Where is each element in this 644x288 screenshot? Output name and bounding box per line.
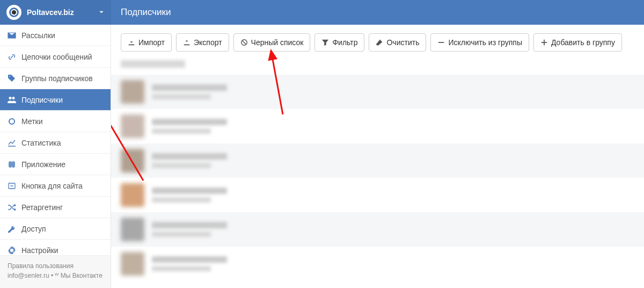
avatar <box>121 80 144 104</box>
черный-список-button[interactable]: Черный список <box>233 33 311 52</box>
subscriber-row[interactable] <box>111 143 644 178</box>
chevron-down-icon <box>98 9 105 16</box>
avatar <box>121 183 144 207</box>
sidebar-nav: РассылкиЦепочки сообщенийГруппы подписчи… <box>0 25 111 255</box>
avatar <box>121 218 144 241</box>
brand-name: Poltavcev.biz <box>27 8 98 17</box>
subscriber-row[interactable] <box>111 212 644 247</box>
sidebar-item-настройки[interactable]: Настройки <box>0 240 111 255</box>
ban-icon <box>240 39 248 46</box>
исключить-из-группы-button[interactable]: Исключить из группы <box>430 33 529 52</box>
sidebar-item-label: Подписчики <box>21 96 63 104</box>
sidebar-item-label: Доступ <box>21 225 46 233</box>
eraser-icon <box>376 39 383 46</box>
minus-icon <box>437 39 445 46</box>
plus-icon <box>540 39 548 46</box>
toolbar: ИмпортЭкспортЧерный списокФильтрОчистить… <box>111 25 644 57</box>
sidebar-item-доступ[interactable]: Доступ <box>0 218 111 240</box>
button-label: Исключить из группы <box>448 38 522 47</box>
subscriber-info <box>152 153 227 168</box>
sidebar-item-label: Цепочки сообщений <box>21 53 92 61</box>
button-label: Импорт <box>138 38 165 47</box>
sidebar-item-приложение[interactable]: Приложение <box>0 154 111 175</box>
subscriber-info <box>152 119 227 134</box>
sidebar-item-label: Приложение <box>21 160 65 169</box>
добавить-в-группу-button[interactable]: Добавить в группу <box>533 33 622 52</box>
sidebar-item-метки[interactable]: Метки <box>0 111 111 132</box>
shuffle-icon <box>8 203 16 212</box>
widget-icon <box>8 182 16 190</box>
sidebar-item-label: Статистика <box>21 139 61 147</box>
subscriber-info <box>152 84 227 99</box>
sidebar-item-кнопка-для-сайта[interactable]: Кнопка для сайта <box>0 175 111 197</box>
filter-icon <box>321 39 329 46</box>
footer-contact: info@senler.ru • ᵂ Мы Вконтакте <box>8 271 103 280</box>
key-icon <box>8 225 16 233</box>
subscriber-info <box>152 188 227 203</box>
очистить-button[interactable]: Очистить <box>369 33 426 52</box>
cog-icon <box>8 246 16 255</box>
sidebar-item-ретаргетинг[interactable]: Ретаргетинг <box>0 197 111 218</box>
download-icon <box>128 39 135 46</box>
list-header <box>111 57 644 75</box>
button-label: Черный список <box>251 38 304 47</box>
envelope-icon <box>8 31 16 40</box>
tags-icon <box>8 74 16 83</box>
button-label: Фильтр <box>332 38 357 47</box>
sidebar-footer: Правила пользования info@senler.ru • ᵂ М… <box>0 255 111 288</box>
sidebar-item-рассылки[interactable]: Рассылки <box>0 25 111 46</box>
subscriber-info <box>152 256 227 271</box>
sidebar-item-группы-подписчиков[interactable]: Группы подписчиков <box>0 68 111 89</box>
sidebar-item-label: Рассылки <box>21 31 55 40</box>
avatar <box>121 252 144 276</box>
импорт-button[interactable]: Импорт <box>121 33 172 52</box>
brand-logo <box>6 5 21 20</box>
footer-terms-link[interactable]: Правила пользования <box>8 261 103 271</box>
sidebar-item-label: Метки <box>21 117 43 126</box>
main-content: ИмпортЭкспортЧерный списокФильтрОчистить… <box>111 25 644 288</box>
chart-line-icon <box>8 139 16 147</box>
button-label: Экспорт <box>194 38 222 47</box>
subscriber-row[interactable] <box>111 75 644 109</box>
subscriber-row[interactable] <box>111 178 644 212</box>
avatar <box>121 114 144 138</box>
users-icon <box>8 96 16 104</box>
sidebar-item-label: Группы подписчиков <box>21 74 93 83</box>
subscriber-row[interactable] <box>111 109 644 143</box>
экспорт-button[interactable]: Экспорт <box>176 33 229 52</box>
brand-switcher[interactable]: Poltavcev.biz <box>0 0 111 25</box>
subscriber-row[interactable] <box>111 247 644 281</box>
subscriber-info <box>152 222 227 237</box>
avatar <box>121 149 144 172</box>
sidebar-item-label: Кнопка для сайта <box>21 182 83 190</box>
circle-icon <box>8 117 16 126</box>
sidebar-item-подписчики[interactable]: Подписчики <box>0 89 111 111</box>
button-label: Очистить <box>386 38 419 47</box>
subscribers-list <box>111 75 644 281</box>
sidebar-item-цепочки-сообщений[interactable]: Цепочки сообщений <box>0 46 111 68</box>
upload-icon <box>183 39 191 46</box>
topbar: Poltavcev.biz Подписчики <box>0 0 644 25</box>
button-label: Добавить в группу <box>551 38 615 47</box>
app-icon <box>8 160 16 169</box>
sidebar: РассылкиЦепочки сообщенийГруппы подписчи… <box>0 25 111 288</box>
page-title: Подписчики <box>111 0 644 25</box>
фильтр-button[interactable]: Фильтр <box>314 33 364 52</box>
link-icon <box>8 53 16 61</box>
sidebar-item-label: Ретаргетинг <box>21 203 63 212</box>
sidebar-item-статистика[interactable]: Статистика <box>0 132 111 154</box>
sidebar-item-label: Настройки <box>21 246 58 255</box>
